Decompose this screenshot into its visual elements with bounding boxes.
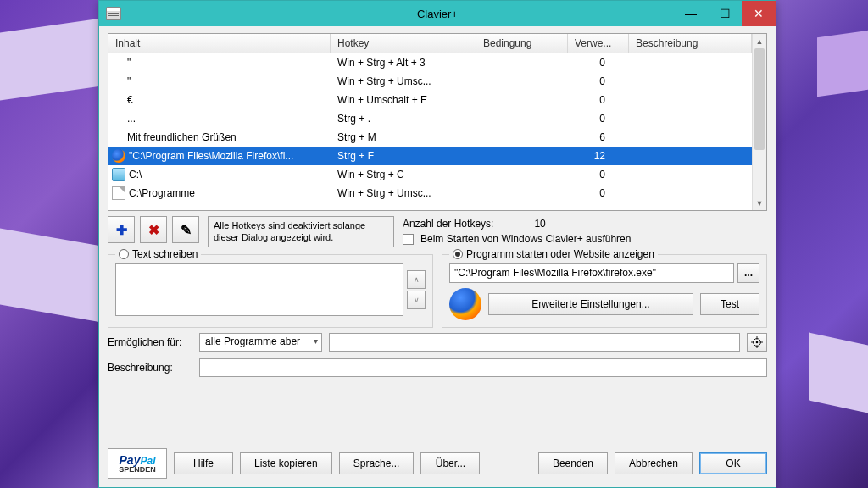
list-scrollbar[interactable]: ▲ ▼ xyxy=(752,34,766,210)
firefox-icon xyxy=(449,288,481,320)
description-input[interactable] xyxy=(199,358,767,377)
ff-icon xyxy=(112,149,125,163)
radio-program[interactable] xyxy=(453,249,463,259)
titlebar[interactable]: Clavier+ — ☐ ✕ xyxy=(99,1,776,26)
table-row[interactable]: "C:\Program Files\Mozilla Firefox\fi...S… xyxy=(108,147,752,165)
quit-button[interactable]: Beenden xyxy=(538,452,608,474)
enable-for-label: Ermöglichen für: xyxy=(108,336,192,348)
enable-for-input[interactable] xyxy=(329,333,740,352)
table-row[interactable]: "Win + Strg + Alt + 30 xyxy=(108,53,752,72)
help-button[interactable]: Hilfe xyxy=(174,452,233,474)
paypal-sub: SPENDEN xyxy=(119,466,156,474)
doc-icon xyxy=(112,186,125,200)
table-row[interactable]: C:\ProgrammeWin + Strg + Umsc...0 xyxy=(108,184,752,202)
radio-text-label: Text schreiben xyxy=(132,248,198,260)
target-picker-button[interactable] xyxy=(747,333,767,352)
scroll-down-icon[interactable]: ▼ xyxy=(753,196,766,210)
advanced-settings-button[interactable]: Erweiterte Einstellungen... xyxy=(488,293,693,315)
text-up-button[interactable]: ∧ xyxy=(407,270,426,289)
scroll-thumb[interactable] xyxy=(754,48,765,150)
count-value: 10 xyxy=(534,218,545,230)
crosshair-icon xyxy=(751,336,763,348)
hotkey-list[interactable]: Inhalt Hotkey Bedingung Verwe... Beschre… xyxy=(108,33,767,211)
paypal-donate-button[interactable]: PayPal SPENDEN xyxy=(108,448,167,479)
edit-button[interactable]: ✎ xyxy=(172,216,199,243)
text-input[interactable] xyxy=(115,263,403,316)
text-panel: Text schreiben ∧ ∨ xyxy=(108,254,433,328)
radio-program-label: Programm starten oder Website anzeigen xyxy=(466,248,654,260)
list-header[interactable]: Inhalt Hotkey Bedingung Verwe... Beschre… xyxy=(108,34,752,53)
app-window: Clavier+ — ☐ ✕ Inhalt Hotkey Bedingung V… xyxy=(98,0,776,488)
table-row[interactable]: "Win + Strg + Umsc...0 xyxy=(108,72,752,91)
ok-button[interactable]: OK xyxy=(699,452,767,474)
test-button[interactable]: Test xyxy=(700,293,760,315)
col-beschreibung[interactable]: Beschreibung xyxy=(629,34,752,53)
text-down-button[interactable]: ∨ xyxy=(407,291,426,309)
browse-button[interactable]: ... xyxy=(737,263,760,283)
drv-icon xyxy=(112,168,125,181)
about-button[interactable]: Über... xyxy=(420,452,480,474)
scroll-up-icon[interactable]: ▲ xyxy=(753,34,766,48)
cancel-button[interactable]: Abbrechen xyxy=(615,452,693,474)
autostart-label: Beim Starten von Windows Clavier+ ausfüh… xyxy=(420,233,631,245)
col-hotkey[interactable]: Hotkey xyxy=(331,34,476,53)
enable-for-combo[interactable]: alle Programme aber xyxy=(199,333,322,352)
program-panel: Programm starten oder Website anzeigen .… xyxy=(442,254,767,328)
language-button[interactable]: Sprache... xyxy=(339,452,415,474)
svg-point-5 xyxy=(756,341,759,343)
program-path-input[interactable] xyxy=(449,263,734,283)
table-row[interactable]: C:\Win + Strg + C0 xyxy=(108,165,752,184)
delete-button[interactable]: ✖ xyxy=(140,216,167,243)
table-row[interactable]: Mit freundlichen GrüßenStrg + M6 xyxy=(108,128,752,147)
col-inhalt[interactable]: Inhalt xyxy=(108,34,331,53)
window-title: Clavier+ xyxy=(99,8,776,20)
autostart-checkbox[interactable] xyxy=(403,234,414,245)
col-verwendung[interactable]: Verwe... xyxy=(568,34,629,53)
add-button[interactable]: ✚ xyxy=(108,216,135,243)
description-label: Beschreibung: xyxy=(108,362,192,374)
col-bedingung[interactable]: Bedingung xyxy=(476,34,568,53)
info-note: Alle Hotkeys sind deaktiviert solange di… xyxy=(208,216,394,247)
paypal-logo: PayPal xyxy=(120,454,156,466)
radio-text[interactable] xyxy=(119,249,129,259)
count-label: Anzahl der Hotkeys: xyxy=(403,218,493,230)
table-row[interactable]: ...Strg + .0 xyxy=(108,109,752,128)
table-row[interactable]: €Win + Umschalt + E0 xyxy=(108,91,752,109)
copy-list-button[interactable]: Liste kopieren xyxy=(240,452,332,474)
